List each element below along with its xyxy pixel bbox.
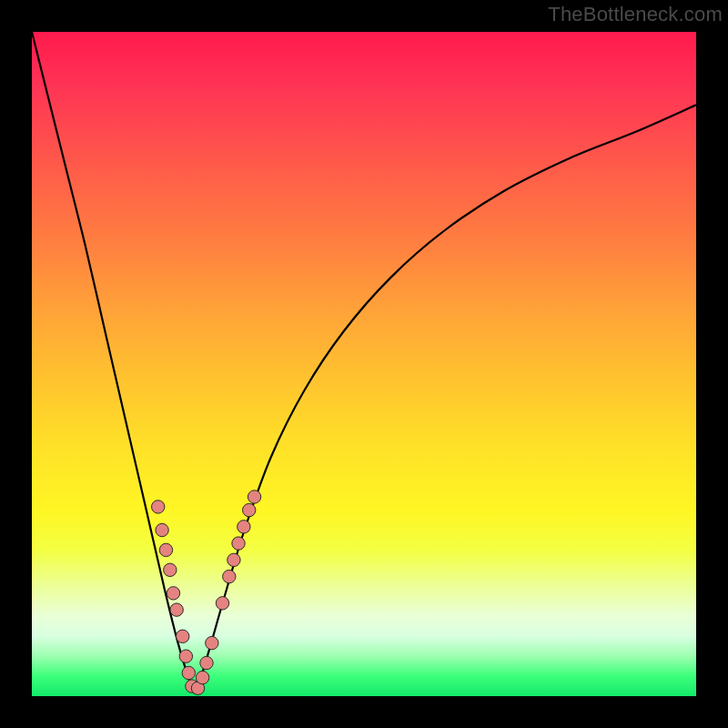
chart-stage: TheBottleneck.com bbox=[0, 0, 728, 728]
curve-layer bbox=[32, 32, 696, 696]
watermark-text: TheBottleneck.com bbox=[548, 3, 723, 26]
data-marker bbox=[156, 523, 168, 536]
data-marker bbox=[152, 500, 165, 513]
data-marker bbox=[206, 636, 218, 649]
data-marker bbox=[164, 563, 177, 576]
data-marker bbox=[248, 490, 260, 503]
data-marker bbox=[216, 597, 228, 610]
data-marker bbox=[196, 671, 208, 683]
data-marker bbox=[182, 666, 195, 679]
data-marker bbox=[177, 630, 189, 642]
data-marker bbox=[200, 656, 213, 669]
data-marker bbox=[223, 570, 236, 582]
marker-group bbox=[152, 490, 261, 695]
data-marker bbox=[238, 521, 250, 533]
data-marker bbox=[167, 587, 179, 600]
plot-area bbox=[32, 32, 696, 696]
data-marker bbox=[232, 537, 245, 550]
data-marker bbox=[228, 553, 240, 566]
bottleneck-curve bbox=[32, 32, 696, 693]
data-marker bbox=[159, 543, 172, 556]
data-marker bbox=[179, 650, 192, 662]
data-marker bbox=[243, 503, 256, 516]
data-marker bbox=[170, 603, 183, 616]
